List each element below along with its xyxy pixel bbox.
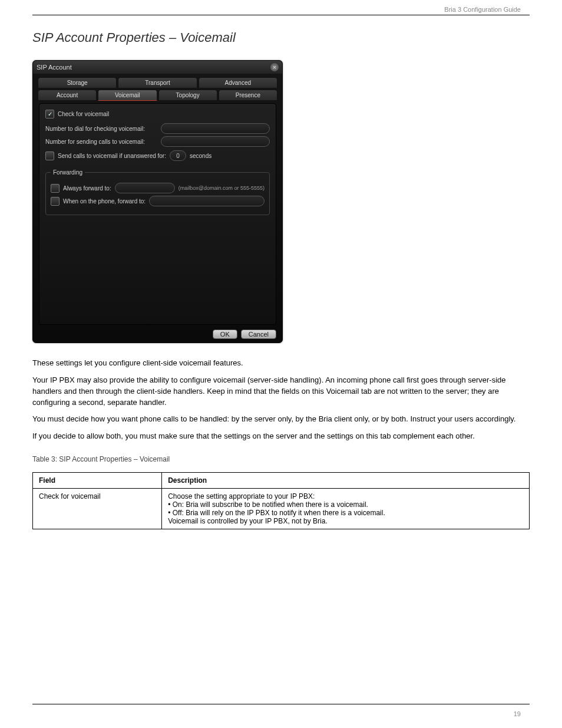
tab-label: Voicemail (115, 92, 140, 98)
para-1: These settings let you configure client-… (32, 358, 530, 369)
table-row: Check for voicemail Choose the setting a… (33, 489, 530, 529)
para-4: If you decide to allow both, you must ma… (32, 431, 530, 442)
page-number: 19 (514, 710, 521, 717)
tab-account[interactable]: Account (38, 90, 97, 101)
tab-container: Storage Transport Advanced Account Voice… (33, 74, 282, 101)
always-forward-checkbox[interactable] (51, 184, 59, 193)
check-for-voicemail-checkbox[interactable] (45, 110, 54, 118)
tab-label: Transport (145, 80, 170, 86)
tab-label: Storage (67, 80, 88, 86)
always-forward-hint: (mailbox@domain.com or 555-5555) (178, 185, 265, 191)
dialog-title: SIP Account (37, 64, 72, 71)
tab-advanced[interactable]: Advanced (199, 77, 277, 88)
header-right: Bria 3 Configuration Guide (444, 6, 521, 13)
tab-voicemail[interactable]: Voicemail (98, 90, 157, 101)
forwarding-group: Forwarding Always forward to: (mailbox@d… (45, 169, 270, 215)
seconds-input[interactable]: 0 (170, 150, 186, 161)
tab-presence[interactable]: Presence (219, 90, 277, 101)
cell-description: Choose the setting appropriate to your I… (162, 489, 530, 529)
tab-topology[interactable]: Topology (158, 90, 217, 101)
tab-storage[interactable]: Storage (38, 77, 117, 88)
cell-desc-bullet: Off: Bria will rely on the IP PBX to not… (173, 509, 385, 517)
send-unanswered-checkbox[interactable] (45, 151, 54, 160)
tab-transport[interactable]: Transport (118, 77, 197, 88)
num-send-label: Number for sending calls to voicemail: (45, 139, 157, 145)
tab-label: Topology (176, 92, 200, 98)
check-for-voicemail-label: Check for voicemail (58, 111, 109, 117)
para-3: You must decide how you want phone calls… (32, 414, 530, 425)
num-dial-label: Number to dial for checking voicemail: (45, 126, 157, 132)
send-unanswered-label: Send calls to voicemail if unanswered fo… (58, 153, 166, 159)
cell-desc-bullet: On: Bria will subscribe to be notified w… (173, 500, 368, 509)
cell-desc-tail: Voicemail is controlled by your IP PBX, … (168, 517, 328, 525)
tab-label: Account (57, 92, 78, 98)
on-phone-forward-input[interactable] (149, 196, 265, 206)
seconds-suffix: seconds (190, 153, 211, 159)
table-caption: Table 3: SIP Account Properties – Voicem… (32, 455, 530, 463)
always-forward-input[interactable] (115, 183, 175, 193)
table-header-row: Field Description (33, 473, 530, 489)
sip-account-dialog: SIP Account × Storage Transport Advanced… (32, 60, 283, 343)
ok-button[interactable]: OK (213, 330, 237, 339)
top-rule (32, 15, 530, 15)
tab-label: Presence (236, 92, 260, 98)
close-icon[interactable]: × (270, 63, 279, 71)
dialog-titlebar: SIP Account × (33, 61, 282, 74)
cell-desc-line: Choose the setting appropriate to your I… (168, 492, 315, 500)
num-send-input[interactable] (161, 136, 270, 147)
tab-label: Advanced (225, 80, 251, 86)
cell-field: Check for voicemail (33, 489, 162, 529)
forwarding-legend: Forwarding (51, 169, 85, 176)
bottom-rule (32, 704, 530, 704)
para-2: Your IP PBX may also provide the ability… (32, 375, 530, 409)
cancel-button[interactable]: Cancel (241, 330, 276, 339)
properties-table: Field Description Check for voicemail Ch… (32, 472, 530, 529)
th-description: Description (162, 473, 530, 489)
dialog-body: Check for voicemail Number to dial for c… (39, 103, 276, 325)
num-dial-input[interactable] (161, 123, 270, 134)
th-field: Field (33, 473, 162, 489)
section-title: SIP Account Properties – Voicemail (32, 30, 530, 45)
on-phone-forward-label: When on the phone, forward to: (63, 198, 146, 205)
on-phone-forward-checkbox[interactable] (51, 197, 59, 206)
always-forward-label: Always forward to: (63, 185, 111, 192)
